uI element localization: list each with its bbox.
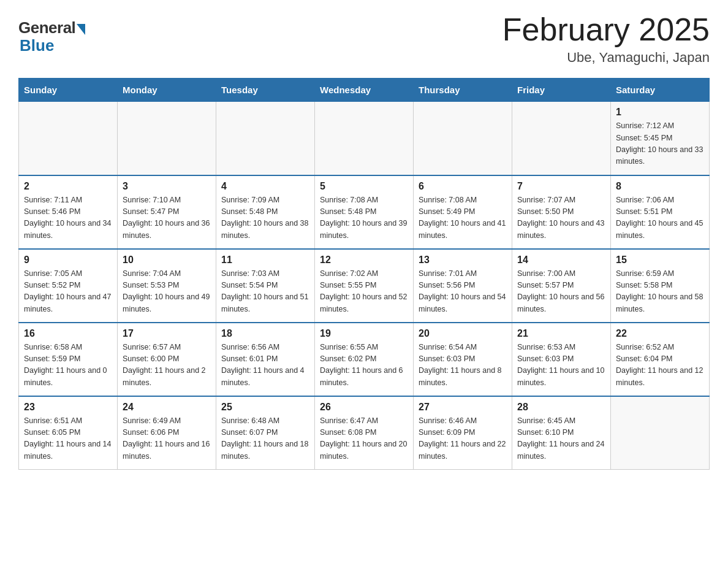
day-info: Sunrise: 7:09 AMSunset: 5:48 PMDaylight:…	[221, 194, 309, 242]
calendar-cell	[315, 102, 414, 175]
logo-blue-text: Blue	[20, 36, 54, 55]
day-info: Sunrise: 7:10 AMSunset: 5:47 PMDaylight:…	[123, 194, 211, 242]
calendar-cell: 11Sunrise: 7:03 AMSunset: 5:54 PMDayligh…	[216, 249, 315, 323]
day-number: 28	[517, 402, 605, 413]
calendar-cell: 7Sunrise: 7:07 AMSunset: 5:50 PMDaylight…	[512, 175, 611, 249]
calendar-cell: 1Sunrise: 7:12 AMSunset: 5:45 PMDaylight…	[611, 102, 710, 175]
day-info: Sunrise: 7:01 AMSunset: 5:56 PMDaylight:…	[419, 268, 507, 316]
day-info: Sunrise: 6:47 AMSunset: 6:08 PMDaylight:…	[320, 415, 408, 463]
calendar-cell: 23Sunrise: 6:51 AMSunset: 6:05 PMDayligh…	[19, 396, 118, 470]
day-info: Sunrise: 6:52 AMSunset: 6:04 PMDaylight:…	[616, 342, 704, 389]
day-number: 5	[320, 181, 408, 192]
day-number: 6	[419, 181, 507, 192]
day-info: Sunrise: 7:00 AMSunset: 5:57 PMDaylight:…	[517, 268, 605, 316]
day-number: 19	[320, 328, 408, 339]
day-info: Sunrise: 7:05 AMSunset: 5:52 PMDaylight:…	[24, 268, 112, 316]
day-number: 8	[616, 181, 704, 192]
day-info: Sunrise: 7:07 AMSunset: 5:50 PMDaylight:…	[517, 194, 605, 242]
calendar-header-row: SundayMondayTuesdayWednesdayThursdayFrid…	[19, 79, 710, 102]
calendar-cell: 6Sunrise: 7:08 AMSunset: 5:49 PMDaylight…	[414, 175, 512, 249]
calendar-cell: 3Sunrise: 7:10 AMSunset: 5:47 PMDaylight…	[118, 175, 216, 249]
day-number: 2	[24, 181, 112, 192]
calendar-cell: 2Sunrise: 7:11 AMSunset: 5:46 PMDaylight…	[19, 175, 118, 249]
day-number: 25	[221, 402, 309, 413]
calendar-cell: 12Sunrise: 7:02 AMSunset: 5:55 PMDayligh…	[315, 249, 414, 323]
calendar-title: February 2025	[502, 12, 710, 47]
day-header-thursday: Thursday	[414, 79, 512, 102]
day-info: Sunrise: 6:48 AMSunset: 6:07 PMDaylight:…	[221, 415, 309, 463]
day-number: 7	[517, 181, 605, 192]
day-number: 26	[320, 402, 408, 413]
day-info: Sunrise: 6:53 AMSunset: 6:03 PMDaylight:…	[517, 342, 605, 389]
day-info: Sunrise: 7:06 AMSunset: 5:51 PMDaylight:…	[616, 194, 704, 242]
day-number: 22	[616, 328, 704, 339]
calendar-cell: 16Sunrise: 6:58 AMSunset: 5:59 PMDayligh…	[19, 323, 118, 396]
calendar-cell: 26Sunrise: 6:47 AMSunset: 6:08 PMDayligh…	[315, 396, 414, 470]
calendar-cell	[512, 102, 611, 175]
calendar-cell: 17Sunrise: 6:57 AMSunset: 6:00 PMDayligh…	[118, 323, 216, 396]
calendar-cell	[216, 102, 315, 175]
day-header-friday: Friday	[512, 79, 611, 102]
day-info: Sunrise: 7:04 AMSunset: 5:53 PMDaylight:…	[123, 268, 211, 316]
logo-arrow-icon	[77, 24, 85, 35]
day-number: 14	[517, 255, 605, 266]
day-number: 17	[123, 328, 211, 339]
day-info: Sunrise: 6:59 AMSunset: 5:58 PMDaylight:…	[616, 268, 704, 316]
calendar-cell	[19, 102, 118, 175]
calendar-cell: 8Sunrise: 7:06 AMSunset: 5:51 PMDaylight…	[611, 175, 710, 249]
day-number: 13	[419, 255, 507, 266]
day-info: Sunrise: 6:51 AMSunset: 6:05 PMDaylight:…	[24, 415, 112, 463]
day-number: 12	[320, 255, 408, 266]
day-info: Sunrise: 7:11 AMSunset: 5:46 PMDaylight:…	[24, 194, 112, 242]
title-area: February 2025 Ube, Yamaguchi, Japan	[502, 12, 710, 66]
day-header-saturday: Saturday	[611, 79, 710, 102]
day-number: 3	[123, 181, 211, 192]
calendar-week-2: 2Sunrise: 7:11 AMSunset: 5:46 PMDaylight…	[19, 175, 710, 249]
day-number: 15	[616, 255, 704, 266]
day-info: Sunrise: 6:45 AMSunset: 6:10 PMDaylight:…	[517, 415, 605, 463]
day-info: Sunrise: 7:12 AMSunset: 5:45 PMDaylight:…	[616, 120, 704, 168]
day-number: 11	[221, 255, 309, 266]
calendar-cell: 22Sunrise: 6:52 AMSunset: 6:04 PMDayligh…	[611, 323, 710, 396]
calendar-table: SundayMondayTuesdayWednesdayThursdayFrid…	[18, 78, 710, 470]
calendar-cell: 19Sunrise: 6:55 AMSunset: 6:02 PMDayligh…	[315, 323, 414, 396]
day-info: Sunrise: 7:08 AMSunset: 5:48 PMDaylight:…	[320, 194, 408, 242]
day-info: Sunrise: 6:49 AMSunset: 6:06 PMDaylight:…	[123, 415, 211, 463]
day-header-wednesday: Wednesday	[315, 79, 414, 102]
logo-general-text: General	[18, 18, 75, 37]
calendar-cell: 24Sunrise: 6:49 AMSunset: 6:06 PMDayligh…	[118, 396, 216, 470]
calendar-cell: 21Sunrise: 6:53 AMSunset: 6:03 PMDayligh…	[512, 323, 611, 396]
day-info: Sunrise: 6:58 AMSunset: 5:59 PMDaylight:…	[24, 342, 112, 389]
calendar-cell: 25Sunrise: 6:48 AMSunset: 6:07 PMDayligh…	[216, 396, 315, 470]
calendar-week-5: 23Sunrise: 6:51 AMSunset: 6:05 PMDayligh…	[19, 396, 710, 470]
page-header: General Blue February 2025 Ube, Yamaguch…	[18, 12, 710, 66]
calendar-cell: 20Sunrise: 6:54 AMSunset: 6:03 PMDayligh…	[414, 323, 512, 396]
day-number: 4	[221, 181, 309, 192]
day-number: 10	[123, 255, 211, 266]
day-info: Sunrise: 7:03 AMSunset: 5:54 PMDaylight:…	[221, 268, 309, 316]
calendar-cell	[414, 102, 512, 175]
calendar-cell: 10Sunrise: 7:04 AMSunset: 5:53 PMDayligh…	[118, 249, 216, 323]
calendar-cell: 9Sunrise: 7:05 AMSunset: 5:52 PMDaylight…	[19, 249, 118, 323]
day-number: 20	[419, 328, 507, 339]
day-info: Sunrise: 6:57 AMSunset: 6:00 PMDaylight:…	[123, 342, 211, 389]
calendar-cell: 27Sunrise: 6:46 AMSunset: 6:09 PMDayligh…	[414, 396, 512, 470]
calendar-cell	[611, 396, 710, 470]
calendar-cell: 4Sunrise: 7:09 AMSunset: 5:48 PMDaylight…	[216, 175, 315, 249]
day-number: 18	[221, 328, 309, 339]
day-info: Sunrise: 6:46 AMSunset: 6:09 PMDaylight:…	[419, 415, 507, 463]
day-number: 27	[419, 402, 507, 413]
day-number: 9	[24, 255, 112, 266]
day-number: 24	[123, 402, 211, 413]
day-info: Sunrise: 6:56 AMSunset: 6:01 PMDaylight:…	[221, 342, 309, 389]
day-info: Sunrise: 7:08 AMSunset: 5:49 PMDaylight:…	[419, 194, 507, 242]
calendar-cell: 15Sunrise: 6:59 AMSunset: 5:58 PMDayligh…	[611, 249, 710, 323]
calendar-cell: 18Sunrise: 6:56 AMSunset: 6:01 PMDayligh…	[216, 323, 315, 396]
calendar-subtitle: Ube, Yamaguchi, Japan	[502, 50, 710, 66]
calendar-week-4: 16Sunrise: 6:58 AMSunset: 5:59 PMDayligh…	[19, 323, 710, 396]
calendar-cell: 28Sunrise: 6:45 AMSunset: 6:10 PMDayligh…	[512, 396, 611, 470]
calendar-cell: 14Sunrise: 7:00 AMSunset: 5:57 PMDayligh…	[512, 249, 611, 323]
day-number: 23	[24, 402, 112, 413]
day-number: 16	[24, 328, 112, 339]
day-info: Sunrise: 7:02 AMSunset: 5:55 PMDaylight:…	[320, 268, 408, 316]
